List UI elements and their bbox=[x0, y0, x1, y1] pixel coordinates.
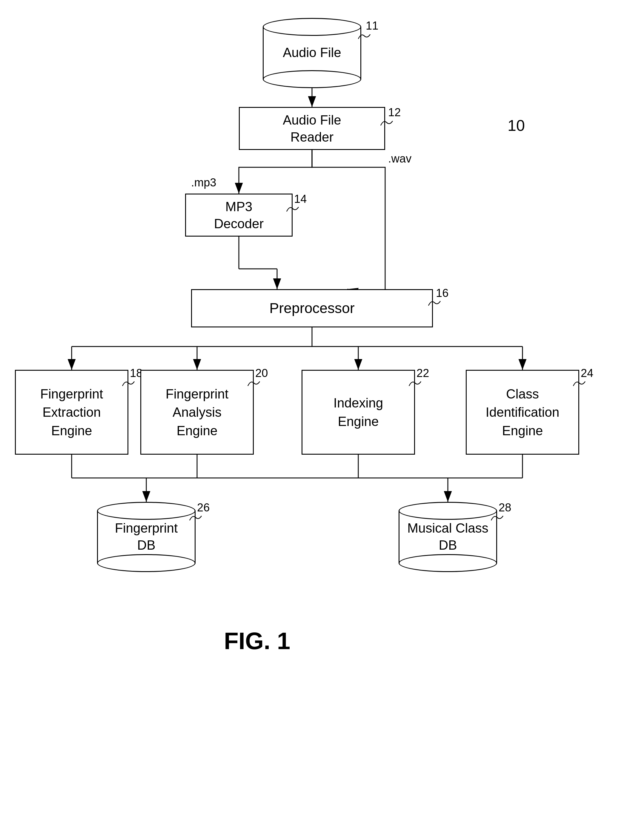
indexing-engine-label: IndexingEngine bbox=[334, 394, 383, 430]
ref-24-wave bbox=[570, 377, 588, 389]
class-identification-node: ClassIdentificationEngine bbox=[466, 370, 579, 455]
wav-label: .wav bbox=[388, 152, 411, 165]
fingerprint-analysis-label: FingerprintAnalysisEngine bbox=[166, 385, 229, 440]
system-number: 10 bbox=[508, 116, 525, 135]
diagram-container: Audio File 11 Audio FileReader 12 10 .mp… bbox=[0, 0, 624, 840]
ref-11-wave bbox=[355, 30, 373, 42]
indexing-engine-node: IndexingEngine bbox=[301, 370, 415, 455]
ref-20-wave bbox=[245, 377, 263, 389]
preprocessor-node: Preprocessor bbox=[191, 289, 433, 327]
audio-file-reader-node: Audio FileReader bbox=[239, 107, 385, 150]
ref-12-wave bbox=[378, 116, 395, 128]
fig-caption: FIG. 1 bbox=[224, 627, 290, 655]
fingerprint-extraction-label: FingerprintExtractionEngine bbox=[40, 385, 103, 440]
fingerprint-db-label: FingerprintDB bbox=[115, 520, 178, 554]
musical-class-db-node: Musical ClassDB bbox=[398, 502, 497, 572]
class-identification-label: ClassIdentificationEngine bbox=[485, 385, 559, 440]
audio-file-node: Audio File bbox=[263, 18, 361, 88]
fingerprint-db-node: FingerprintDB bbox=[97, 502, 196, 572]
ref-22-wave bbox=[406, 377, 424, 389]
mp3-label: .mp3 bbox=[191, 176, 216, 189]
mp3-decoder-node: MP3Decoder bbox=[185, 193, 293, 237]
fingerprint-analysis-node: FingerprintAnalysisEngine bbox=[141, 370, 254, 455]
audio-file-label: Audio File bbox=[283, 44, 341, 61]
mp3-decoder-label: MP3Decoder bbox=[214, 198, 264, 232]
preprocessor-label: Preprocessor bbox=[269, 299, 354, 317]
ref-14-wave bbox=[284, 203, 301, 215]
ref-18-wave bbox=[119, 377, 137, 389]
musical-class-db-label: Musical ClassDB bbox=[407, 520, 488, 554]
audio-file-reader-label: Audio FileReader bbox=[283, 111, 341, 145]
ref-16-wave bbox=[425, 297, 443, 309]
fingerprint-extraction-node: FingerprintExtractionEngine bbox=[15, 370, 128, 455]
